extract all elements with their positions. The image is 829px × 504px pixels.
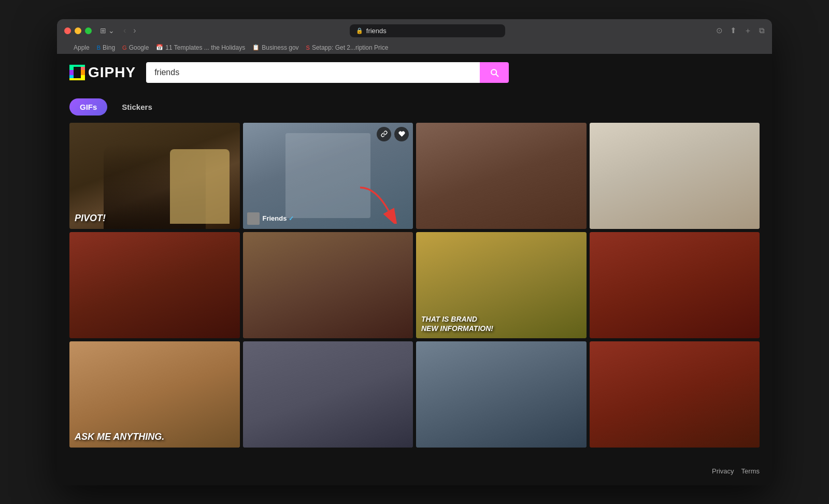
- sidebar-toggle-icon[interactable]: ⊞ ⌄: [100, 26, 115, 35]
- verified-icon: ✓: [289, 215, 294, 222]
- svg-rect-7: [69, 78, 85, 80]
- minimize-button[interactable]: [75, 27, 81, 34]
- url-text: friends: [366, 27, 387, 35]
- gif-cell-hug[interactable]: [416, 123, 587, 229]
- lock-icon: 🔒: [356, 27, 363, 34]
- bookmark-setapp[interactable]: S Setapp: Get 2...ription Price: [306, 44, 389, 51]
- gif-cell-joey-couch[interactable]: [590, 232, 760, 338]
- traffic-lights: [64, 27, 92, 34]
- gif-cell-pivot[interactable]: PIVOT!: [69, 123, 240, 229]
- giphy-logo[interactable]: GIPHY: [69, 64, 136, 81]
- nav-buttons: ‹ ›: [121, 25, 139, 36]
- gif-cell-rachel-phoebe[interactable]: [69, 232, 240, 338]
- source-thumbnail: [247, 212, 260, 225]
- browser-window: ⊞ ⌄ ‹ › 🔒 friends ⊙ ⬆ ＋ ⧉: [57, 19, 772, 485]
- browser-actions: ⊙ ⬆ ＋ ⧉: [716, 26, 765, 36]
- tab-stickers[interactable]: Stickers: [111, 98, 162, 116]
- bookmark-business[interactable]: 📋 Business gov: [252, 44, 298, 51]
- source-name: Friends ✓: [263, 214, 294, 222]
- maximize-button[interactable]: [85, 27, 92, 34]
- forward-button[interactable]: ›: [131, 25, 138, 36]
- favorite-button[interactable]: [394, 127, 409, 141]
- privacy-link[interactable]: Privacy: [712, 467, 734, 475]
- search-icon: [489, 67, 499, 78]
- gif-cell-ask-anything[interactable]: ASK ME ANYTHING.: [69, 341, 240, 448]
- address-bar[interactable]: 🔒 friends: [350, 24, 505, 37]
- close-button[interactable]: [64, 27, 71, 34]
- svg-rect-6: [69, 65, 85, 67]
- pivot-text: PIVOT!: [75, 213, 106, 224]
- browser-chrome: ⊞ ⌄ ‹ › 🔒 friends ⊙ ⬆ ＋ ⧉: [57, 19, 772, 54]
- gif-cell-wedding[interactable]: [590, 123, 760, 229]
- tab-overview-icon[interactable]: ⧉: [759, 26, 765, 35]
- gif-cell-brand-new-info[interactable]: THAT IS BRAND NEW INFORMATION!: [416, 232, 587, 338]
- ask-anything-text: ASK ME ANYTHING.: [75, 431, 164, 442]
- setapp-icon: S: [306, 45, 310, 51]
- tab-gifs[interactable]: GIFs: [69, 98, 107, 116]
- gif-cell-hug2[interactable]: [243, 341, 413, 448]
- new-tab-icon[interactable]: ＋: [744, 26, 752, 36]
- bookmark-google[interactable]: G Google: [122, 44, 149, 51]
- gif-cell-joey-plaid[interactable]: [590, 341, 760, 448]
- svg-rect-1: [69, 70, 74, 75]
- bookmark-templates[interactable]: 📅 11 Templates ... the Holidays: [156, 44, 245, 51]
- svg-rect-4: [81, 70, 85, 75]
- share-icon[interactable]: ⬆: [730, 26, 737, 35]
- bing-icon: B: [97, 45, 101, 51]
- terms-link[interactable]: Terms: [741, 467, 760, 475]
- google-icon: G: [122, 45, 127, 51]
- briefcase-icon: 📋: [252, 44, 260, 51]
- gif-source: Friends ✓: [247, 212, 294, 225]
- address-bar-container: 🔒 friends: [145, 24, 710, 37]
- calendar-icon: 📅: [156, 44, 163, 51]
- back-button[interactable]: ‹: [121, 25, 128, 36]
- copy-link-button[interactable]: [377, 127, 391, 141]
- footer-links: Privacy Terms: [712, 467, 760, 475]
- bookmark-apple[interactable]: Apple: [72, 44, 90, 51]
- filter-tabs: GIFs Stickers: [57, 91, 772, 121]
- giphy-logo-icon: [69, 65, 85, 80]
- gif-grid: PIVOT!: [57, 121, 772, 450]
- giphy-header: GIPHY: [57, 54, 772, 91]
- bookmark-bing[interactable]: B Bing: [97, 44, 115, 51]
- search-container: [146, 62, 509, 83]
- search-button[interactable]: [480, 62, 509, 83]
- giphy-logo-text: GIPHY: [88, 64, 136, 81]
- gif-cell-chandler[interactable]: Friends ✓: [243, 123, 413, 229]
- bookmarks-bar: Apple B Bing G Google 📅 11 Templates ...…: [64, 41, 765, 54]
- gif-cell-arms[interactable]: [416, 341, 587, 448]
- gif-actions: [377, 127, 409, 141]
- download-icon[interactable]: ⊙: [716, 26, 723, 35]
- brand-new-info-text: THAT IS BRAND NEW INFORMATION!: [421, 314, 493, 333]
- search-input[interactable]: [146, 62, 480, 83]
- gif-cell-rachel-monica[interactable]: [243, 232, 413, 338]
- page-content: GIPHY GIFs Stickers: [57, 54, 772, 485]
